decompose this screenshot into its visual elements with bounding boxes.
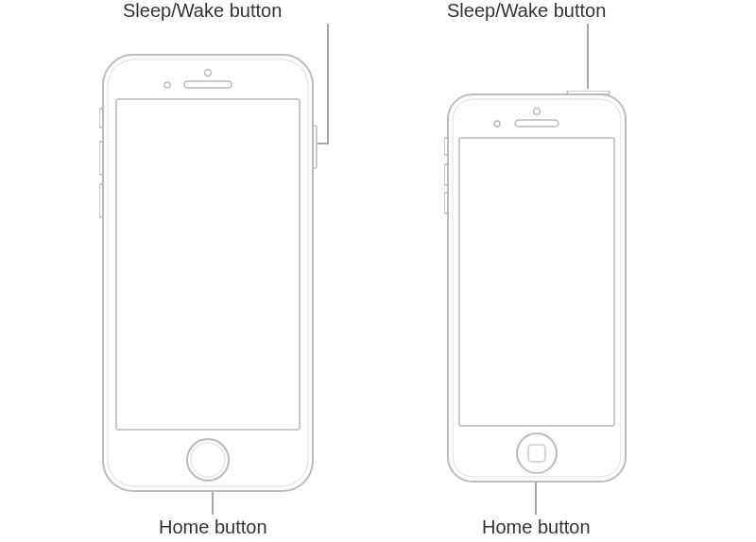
phone-illustration-2 <box>444 91 633 487</box>
svg-rect-18 <box>459 138 614 426</box>
phone-illustration-1 <box>99 52 326 505</box>
svg-rect-8 <box>116 99 300 430</box>
